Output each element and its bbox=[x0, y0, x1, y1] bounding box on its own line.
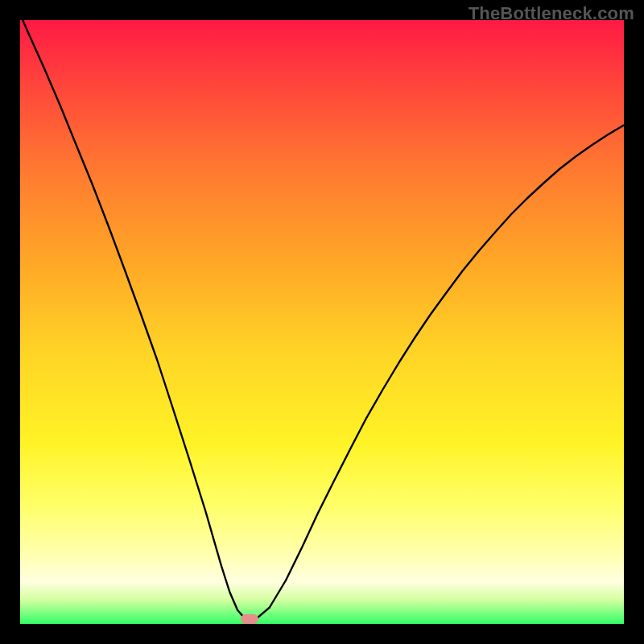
bottleneck-curve-svg bbox=[20, 20, 624, 624]
optimal-point-marker bbox=[241, 614, 258, 624]
bottleneck-curve-path bbox=[20, 14, 624, 621]
watermark-label: TheBottleneck.com bbox=[469, 3, 634, 24]
